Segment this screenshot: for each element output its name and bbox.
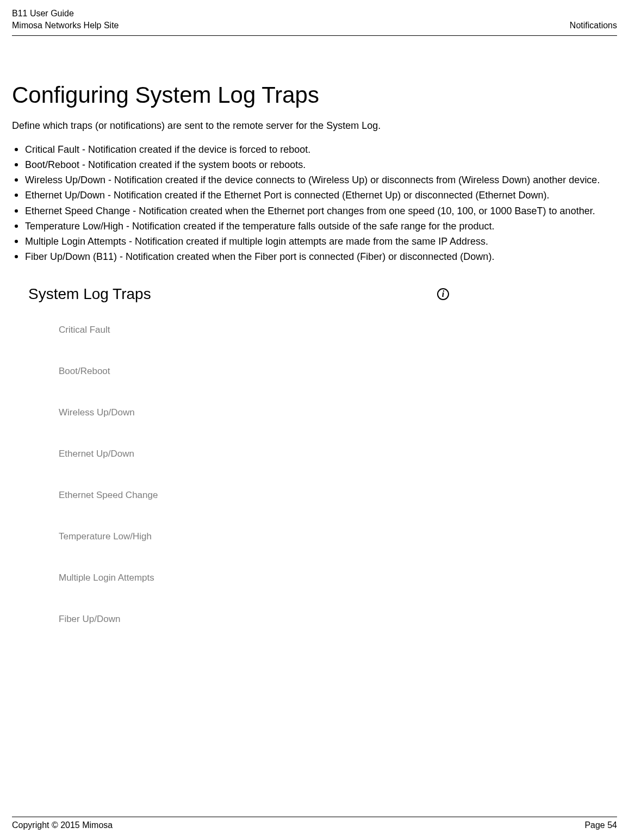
panel-header: System Log Traps i — [28, 285, 452, 303]
content: Configuring System Log Traps Define whic… — [12, 36, 617, 625]
page-header: B11 User Guide Mimosa Networks Help Site… — [12, 8, 617, 36]
header-section: Notifications — [570, 20, 617, 32]
page-title: Configuring System Log Traps — [12, 82, 617, 108]
intro-paragraph: Define which traps (or notifications) ar… — [12, 120, 617, 132]
trap-item-boot-reboot[interactable]: Boot/Reboot — [59, 366, 452, 377]
footer-copyright: Copyright © 2015 Mimosa — [12, 820, 113, 830]
list-item: Temperature Low/High - Notification crea… — [13, 219, 617, 233]
list-item: Boot/Reboot - Notification created if th… — [13, 158, 617, 172]
trap-item-multiple-login-attempts[interactable]: Multiple Login Attempts — [59, 573, 452, 583]
list-item: Multiple Login Attempts - Notification c… — [13, 234, 617, 248]
header-site: Mimosa Networks Help Site — [12, 20, 119, 32]
list-item: Wireless Up/Down - Notification created … — [13, 173, 617, 187]
trap-list: Critical Fault Boot/Reboot Wireless Up/D… — [28, 303, 452, 625]
trap-item-critical-fault[interactable]: Critical Fault — [59, 325, 452, 335]
system-log-traps-panel: System Log Traps i Critical Fault Boot/R… — [28, 285, 452, 625]
info-icon[interactable]: i — [437, 288, 449, 300]
list-item: Critical Fault - Notification created if… — [13, 142, 617, 157]
trap-item-wireless-up-down[interactable]: Wireless Up/Down — [59, 407, 452, 418]
page-footer: Copyright © 2015 Mimosa Page 54 — [12, 817, 617, 830]
footer-page: Page 54 — [584, 820, 617, 830]
trap-item-ethernet-up-down[interactable]: Ethernet Up/Down — [59, 449, 452, 459]
bullet-list: Critical Fault - Notification created if… — [12, 142, 617, 264]
list-item: Ethernet Up/Down - Notification created … — [13, 188, 617, 202]
trap-item-ethernet-speed-change[interactable]: Ethernet Speed Change — [59, 490, 452, 501]
trap-item-temperature-low-high[interactable]: Temperature Low/High — [59, 531, 452, 542]
panel-title: System Log Traps — [28, 285, 151, 303]
header-guide: B11 User Guide — [12, 8, 74, 20]
list-item: Ethernet Speed Change - Notification cre… — [13, 204, 617, 218]
list-item: Fiber Up/Down (B11) - Notification creat… — [13, 250, 617, 264]
trap-item-fiber-up-down[interactable]: Fiber Up/Down — [59, 614, 452, 625]
